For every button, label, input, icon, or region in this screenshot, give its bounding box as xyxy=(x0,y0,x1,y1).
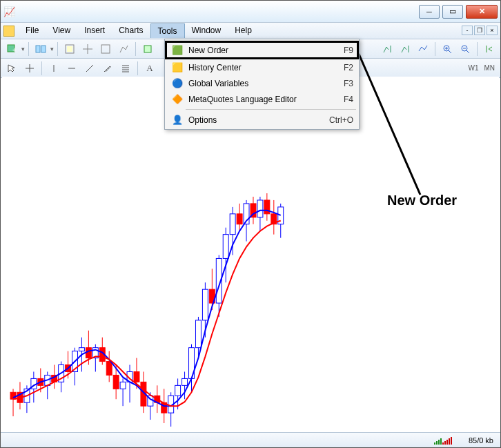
menu-item-global-variables[interactable]: 🔵Global VariablesF3 xyxy=(166,75,357,91)
terminal-button[interactable] xyxy=(97,41,114,57)
mdi-minimize-button[interactable]: - xyxy=(462,26,473,35)
svg-rect-87 xyxy=(195,320,201,348)
profiles-button[interactable] xyxy=(32,41,49,57)
menu-view[interactable]: View xyxy=(46,23,77,38)
maximize-button[interactable]: ▭ xyxy=(442,5,463,19)
connection-meter-icon xyxy=(434,436,462,445)
strategy-tester-button[interactable] xyxy=(115,41,132,57)
menu-item-options[interactable]: 👤OptionsCtrl+O xyxy=(166,112,357,128)
vertical-line-button[interactable] xyxy=(46,60,62,77)
menu-insert[interactable]: Insert xyxy=(77,23,112,38)
trendline-button[interactable] xyxy=(81,60,98,77)
zoom-out-button[interactable] xyxy=(457,41,473,57)
svg-rect-83 xyxy=(182,378,188,385)
crosshair-button[interactable] xyxy=(21,60,38,77)
svg-rect-53 xyxy=(79,348,84,351)
svg-rect-9 xyxy=(144,46,151,52)
menu-item-shortcut: F4 xyxy=(344,95,353,104)
app-icon: 📈 xyxy=(3,6,15,17)
svg-rect-89 xyxy=(202,289,208,320)
timeframe-w1[interactable]: W1 xyxy=(465,64,481,72)
svg-rect-97 xyxy=(230,214,235,235)
timeframe-mn[interactable]: MN xyxy=(481,64,498,72)
svg-rect-5 xyxy=(67,46,72,52)
svg-line-13 xyxy=(449,50,451,53)
svg-rect-2 xyxy=(36,46,40,52)
svg-line-26 xyxy=(104,66,110,72)
close-button[interactable]: ✕ xyxy=(466,5,498,19)
navigator-button[interactable] xyxy=(79,41,96,57)
svg-rect-3 xyxy=(41,46,46,52)
annotation-arrow xyxy=(355,46,431,205)
svg-rect-95 xyxy=(223,235,228,259)
scroll-left-button[interactable] xyxy=(481,41,498,57)
dropdown-caret-icon[interactable]: ▾ xyxy=(50,46,54,52)
menu-charts[interactable]: Charts xyxy=(112,23,150,38)
horizontal-line-button[interactable] xyxy=(63,60,80,77)
svg-rect-107 xyxy=(264,200,270,214)
fibo-button[interactable] xyxy=(117,60,134,77)
tools-menu-dropdown: 🟩New OrderF9🟨History CenterF2🔵Global Var… xyxy=(164,39,360,130)
menu-item-label: New Order xyxy=(188,46,344,55)
menu-item-shortcut: F9 xyxy=(344,46,353,55)
menu-file[interactable]: File xyxy=(19,23,46,38)
menu-item-label: History Center xyxy=(188,63,344,72)
svg-rect-81 xyxy=(175,385,181,396)
menu-help[interactable]: Help xyxy=(228,23,259,38)
svg-rect-63 xyxy=(113,375,119,389)
svg-line-17 xyxy=(466,50,469,53)
menubar: FileViewInsertChartsToolsWindowHelp - ❐ … xyxy=(1,23,500,39)
svg-rect-65 xyxy=(120,382,126,389)
svg-rect-61 xyxy=(106,362,112,376)
mdi-restore-button[interactable]: ❐ xyxy=(474,26,485,35)
app-window: 📈 ─ ▭ ✕ FileViewInsertChartsToolsWindowH… xyxy=(0,0,501,448)
cursor-button[interactable] xyxy=(3,60,20,77)
svg-rect-8 xyxy=(101,45,110,53)
history-icon: 🟨 xyxy=(170,62,184,72)
text-button[interactable]: A xyxy=(141,60,158,77)
globals-icon: 🔵 xyxy=(170,78,184,88)
titlebar: 📈 ─ ▭ ✕ xyxy=(1,1,500,23)
menu-window[interactable]: Window xyxy=(185,23,228,38)
svg-line-25 xyxy=(86,65,93,72)
menu-item-history-center[interactable]: 🟨History CenterF2 xyxy=(166,59,357,75)
minimize-button[interactable]: ─ xyxy=(419,5,440,19)
traffic-label: 85/0 kb xyxy=(469,436,493,445)
menu-item-label: MetaQuotes Language Editor xyxy=(188,95,344,104)
app-menu-icon xyxy=(3,26,14,37)
statusbar: 85/0 kb xyxy=(1,432,500,447)
menu-item-metaquotes-language-editor[interactable]: 🔶MetaQuotes Language EditorF4 xyxy=(166,91,357,107)
options-icon: 👤 xyxy=(170,115,184,125)
svg-line-112 xyxy=(356,48,420,195)
menu-item-shortcut: Ctrl+O xyxy=(329,115,353,125)
svg-rect-99 xyxy=(237,214,242,224)
svg-marker-20 xyxy=(8,65,14,72)
equidistant-button[interactable] xyxy=(99,60,116,77)
svg-text:+: + xyxy=(12,46,17,54)
mdi-close-button[interactable]: × xyxy=(487,26,498,35)
market-watch-button[interactable] xyxy=(61,41,78,57)
menu-item-new-order[interactable]: 🟩New OrderF9 xyxy=(166,42,357,58)
menu-item-label: Global Variables xyxy=(188,79,344,88)
svg-rect-69 xyxy=(134,371,139,382)
new-order-icon: 🟩 xyxy=(170,45,184,55)
editor-icon: 🔶 xyxy=(170,94,184,104)
new-order-button[interactable] xyxy=(139,41,156,57)
new-chart-button[interactable]: + xyxy=(3,41,20,57)
svg-line-27 xyxy=(106,66,111,72)
dropdown-caret-icon[interactable]: ▾ xyxy=(21,46,25,52)
menu-item-shortcut: F2 xyxy=(344,63,353,72)
zoom-in-button[interactable] xyxy=(439,41,455,57)
menu-item-shortcut: F3 xyxy=(344,79,353,88)
svg-rect-105 xyxy=(257,200,263,217)
annotation-label: New Order xyxy=(387,193,457,208)
menu-tools[interactable]: Tools xyxy=(150,23,185,38)
menu-item-label: Options xyxy=(188,115,329,125)
